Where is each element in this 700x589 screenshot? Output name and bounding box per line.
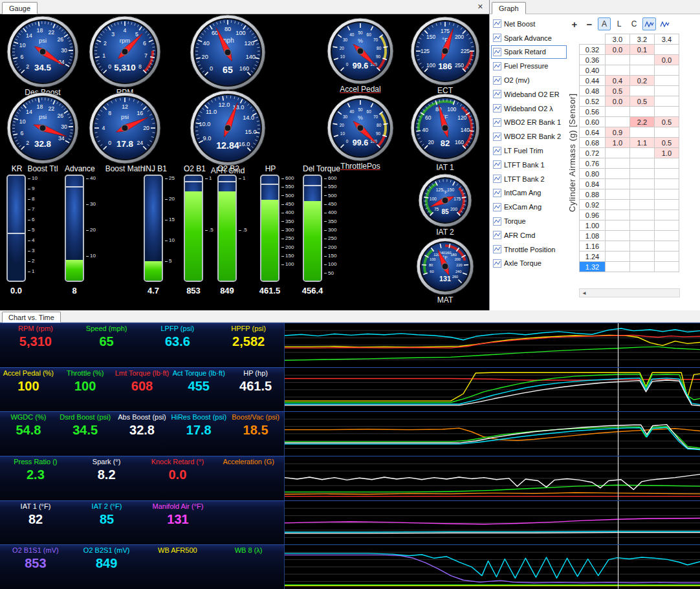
- table-cell[interactable]: [606, 241, 630, 252]
- tab-graph[interactable]: Graph: [492, 2, 526, 14]
- table-cell[interactable]: [606, 65, 630, 76]
- table-cell[interactable]: 1.0: [606, 138, 630, 148]
- table-cell[interactable]: [630, 55, 655, 65]
- param-item-wbo2-er-bank-1[interactable]: WBO2 ER Bank 1: [491, 116, 567, 130]
- table-cell[interactable]: [606, 55, 630, 65]
- table-cell[interactable]: [655, 189, 679, 200]
- table-row-header[interactable]: 1.32: [580, 262, 606, 272]
- table-cell[interactable]: [655, 86, 679, 96]
- table-cell[interactable]: [630, 220, 655, 231]
- table-cell[interactable]: [606, 252, 630, 262]
- table-row-header[interactable]: 0.76: [580, 158, 606, 169]
- table-cell[interactable]: [630, 231, 655, 241]
- table-cell[interactable]: [606, 117, 630, 127]
- table-row-header[interactable]: 0.80: [580, 169, 606, 179]
- table-cell[interactable]: [606, 158, 630, 169]
- param-item-wideband-o2[interactable]: Wideband O2 λ: [491, 102, 567, 116]
- table-cell[interactable]: 0.0: [606, 96, 630, 107]
- table-cell[interactable]: 0.5: [655, 138, 679, 148]
- param-item-spark-retard[interactable]: Spark Retard: [491, 45, 567, 59]
- toolbar-wave-2-button[interactable]: [658, 17, 672, 30]
- table-cell[interactable]: 0.0: [606, 45, 630, 55]
- table-cell[interactable]: [655, 65, 679, 76]
- toolbar-mode-l-button[interactable]: L: [613, 17, 626, 30]
- table-cell[interactable]: [630, 65, 655, 76]
- toolbar-wave-1-button[interactable]: [642, 17, 656, 30]
- param-item-fuel-pressure[interactable]: Fuel Pressure: [491, 59, 567, 73]
- table-cell[interactable]: [655, 210, 679, 220]
- table-row-header[interactable]: 0.36: [580, 55, 606, 65]
- param-item-o2-mv[interactable]: O2 (mv): [491, 73, 567, 87]
- table-cell[interactable]: [630, 148, 655, 158]
- table-cell[interactable]: 0.5: [630, 96, 655, 107]
- table-cell[interactable]: [606, 220, 630, 231]
- param-item-axle-torque[interactable]: Axle Torque: [491, 257, 567, 271]
- param-item-throttle-position[interactable]: Throttle Position: [491, 242, 567, 257]
- table-cell[interactable]: [655, 169, 679, 179]
- toolbar-mode-c-button[interactable]: C: [628, 17, 640, 30]
- table-row-header[interactable]: 0.88: [580, 189, 606, 200]
- table-cell[interactable]: 0.5: [655, 117, 679, 127]
- param-item-torque[interactable]: Torque: [491, 214, 567, 228]
- table-cell[interactable]: [655, 262, 679, 272]
- table-cell[interactable]: 0.4: [606, 76, 630, 86]
- table-cell[interactable]: 0.1: [630, 45, 655, 55]
- param-item-ltft-bank-1[interactable]: LTFT Bank 1: [491, 158, 567, 172]
- table-row-header[interactable]: 0.60: [580, 117, 606, 127]
- param-item-lt-fuel-trim[interactable]: LT Fuel Trim: [491, 144, 567, 158]
- param-item-ltft-bank-2[interactable]: LTFT Bank 2: [491, 172, 567, 186]
- table-cell[interactable]: [630, 179, 655, 189]
- table-cell[interactable]: 0.9: [606, 127, 630, 138]
- table-row-header[interactable]: 0.64: [580, 127, 606, 138]
- table-cell[interactable]: [655, 200, 679, 210]
- table-cell[interactable]: [630, 262, 655, 272]
- table-row-header[interactable]: 1.24: [580, 252, 606, 262]
- toolbar-remove-button[interactable]: −: [583, 17, 596, 30]
- table-cell[interactable]: [606, 107, 630, 117]
- table-cell[interactable]: [655, 220, 679, 231]
- table-cell[interactable]: [630, 189, 655, 200]
- table-row-header[interactable]: 1.08: [580, 231, 606, 241]
- table-cell[interactable]: [655, 252, 679, 262]
- tab-gauge[interactable]: Gauge: [2, 2, 38, 14]
- strip-chart-area[interactable]: [285, 323, 700, 367]
- param-item-wbo2-er-bank-2[interactable]: WBO2 ER Bank 2: [491, 129, 567, 144]
- table-row-header[interactable]: 0.92: [580, 200, 606, 210]
- param-item-spark-advance[interactable]: Spark Advance: [491, 31, 567, 45]
- strip-chart-area[interactable]: [285, 368, 700, 412]
- table-cell[interactable]: [630, 158, 655, 169]
- param-item-intcam-ang[interactable]: IntCam Ang: [491, 186, 567, 200]
- table-cell[interactable]: [606, 148, 630, 158]
- strip-chart-area[interactable]: [285, 545, 700, 589]
- table-cell[interactable]: [606, 210, 630, 220]
- strip-chart-area[interactable]: [285, 501, 700, 545]
- scroll-left-arrow-icon[interactable]: ◄: [580, 290, 587, 296]
- param-item-excam-ang[interactable]: ExCam Ang: [491, 200, 567, 214]
- table-cell[interactable]: [630, 86, 655, 96]
- table-cell[interactable]: 2.2: [630, 117, 655, 127]
- table-row-header[interactable]: 0.44: [580, 76, 606, 86]
- table-cell[interactable]: [606, 179, 630, 189]
- table-cell[interactable]: 0.0: [655, 55, 679, 65]
- table-cell[interactable]: [630, 107, 655, 117]
- param-item-net-boost[interactable]: Net Boost: [491, 17, 567, 31]
- table-cell[interactable]: [606, 262, 630, 272]
- table-cell[interactable]: [630, 252, 655, 262]
- table-row-header[interactable]: 0.72: [580, 148, 606, 158]
- table-cell[interactable]: [655, 45, 679, 55]
- table-row-header[interactable]: 0.32: [580, 45, 606, 55]
- table-row-header[interactable]: 1.16: [580, 241, 606, 252]
- param-item-wideband-o2-er[interactable]: Wideband O2 ER: [491, 87, 567, 102]
- table-cell[interactable]: [655, 76, 679, 86]
- table-cell[interactable]: [606, 169, 630, 179]
- strip-chart-area[interactable]: [285, 412, 700, 456]
- table-cell[interactable]: 0.5: [606, 86, 630, 96]
- table-cell[interactable]: [630, 127, 655, 138]
- table-cell[interactable]: [655, 231, 679, 241]
- table-cell[interactable]: [630, 169, 655, 179]
- table-cell[interactable]: 1.1: [630, 138, 655, 148]
- table-scrollbar[interactable]: ◄: [579, 288, 680, 297]
- table-cell[interactable]: [655, 107, 679, 117]
- table-cell[interactable]: [606, 189, 630, 200]
- table-cell[interactable]: [630, 210, 655, 220]
